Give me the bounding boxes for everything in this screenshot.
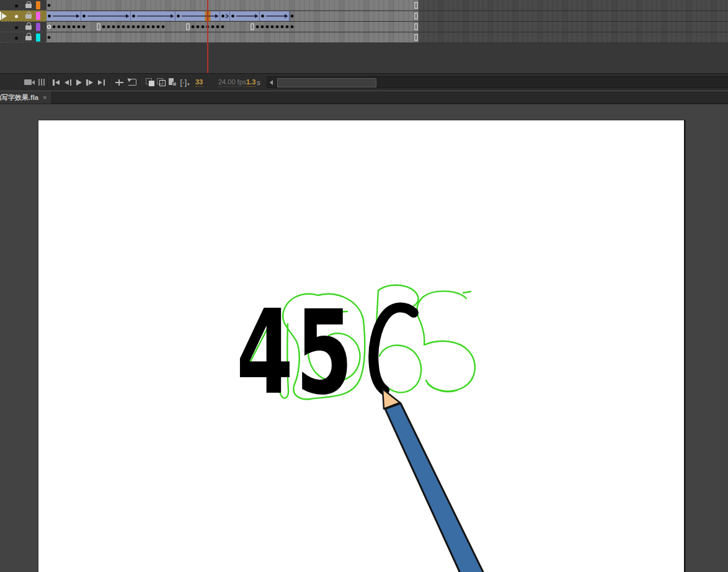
- modify-markers-icon: [·]: [180, 78, 187, 87]
- frame-view-bars-icon: [38, 79, 45, 86]
- bar-icon: [86, 79, 88, 86]
- elapsed-time-value: 1.3: [246, 78, 255, 87]
- flash-application-window: [·] ▾ 33 24.00 fps 1.3 s 的写字效果.fla ×: [0, 0, 728, 572]
- layer-row[interactable]: [0, 32, 47, 43]
- onion-skin-outlines-icon: [157, 78, 166, 86]
- frame-rate-wrap: 24.00 fps: [218, 74, 246, 91]
- digit-4: 4: [236, 285, 293, 420]
- document-tab-title: 的写字效果.fla: [0, 93, 38, 102]
- chevron-down-icon: ▾: [187, 82, 190, 87]
- go-to-last-frame-button[interactable]: [96, 74, 107, 91]
- playhead[interactable]: [207, 0, 208, 73]
- step-forward-button[interactable]: [84, 74, 95, 91]
- triangle-left-icon: [55, 80, 60, 85]
- play-button[interactable]: [74, 74, 84, 91]
- lock-icon[interactable]: [25, 4, 32, 8]
- camera-icon: [24, 79, 32, 85]
- elapsed-time-wrap: 1.3 s: [246, 74, 260, 91]
- layer-visibility-dot[interactable]: [15, 26, 18, 29]
- go-to-first-frame-button[interactable]: [51, 74, 61, 91]
- go-to-first-frame-icon: [53, 79, 55, 86]
- divider: [48, 76, 49, 88]
- layer-visibility-dot[interactable]: [15, 4, 18, 7]
- onion-skin-outlines-button[interactable]: [156, 74, 167, 91]
- frame-view-button[interactable]: [37, 74, 46, 91]
- selected-layer-bar: [0, 12, 1, 20]
- edit-multiple-frames-button[interactable]: [167, 74, 178, 91]
- scrollbar-thumb[interactable]: [277, 78, 376, 87]
- selected-layer-arrow-icon: [2, 13, 10, 19]
- current-frame-field[interactable]: 33: [195, 78, 203, 87]
- layer-panel: [0, 0, 47, 43]
- layer-row[interactable]: [0, 22, 47, 32]
- partial-digit-6-stroke: [373, 308, 414, 390]
- edit-multiple-frames-icon: [168, 78, 177, 86]
- pasteboard: 4 5: [0, 104, 728, 572]
- frame-rate-field[interactable]: 24.00 fps: [218, 78, 246, 87]
- divider: [140, 76, 141, 88]
- stage-artwork: 4 5: [38, 120, 684, 572]
- frame-number-wrap: 33: [195, 74, 203, 91]
- step-forward-icon: [89, 80, 93, 85]
- timeline-horizontal-scrollbar[interactable]: [267, 76, 728, 88]
- modify-onion-markers-button[interactable]: [·] ▾: [178, 74, 192, 91]
- layer-color-swatch[interactable]: [36, 23, 40, 31]
- bar-icon: [104, 79, 105, 86]
- center-frame-icon: [115, 79, 123, 86]
- layer-color-swatch[interactable]: [36, 1, 40, 9]
- scroll-left-button[interactable]: [267, 78, 275, 87]
- center-frame-button[interactable]: [113, 74, 125, 91]
- close-icon[interactable]: ×: [43, 94, 47, 101]
- loop-playback-button[interactable]: [126, 74, 138, 91]
- layer-visibility-dot[interactable]: [15, 37, 18, 40]
- play-icon: [76, 79, 82, 86]
- document-tab-bar: 的写字效果.fla ×: [0, 91, 728, 104]
- arrow-left-icon: [270, 80, 273, 85]
- loop-playback-icon: [128, 79, 136, 86]
- bar-icon: [70, 79, 72, 86]
- add-camera-button[interactable]: [21, 74, 35, 91]
- layer-color-swatch[interactable]: [36, 34, 40, 42]
- lock-icon[interactable]: [25, 36, 32, 40]
- pencil-cursor: [383, 389, 485, 572]
- lock-icon[interactable]: [25, 14, 32, 19]
- onion-skin-button[interactable]: [144, 74, 156, 91]
- step-back-icon: [64, 80, 69, 85]
- document-tab[interactable]: 的写字效果.fla ×: [0, 91, 52, 104]
- pencil-body: [385, 403, 485, 572]
- digit-5: 5: [296, 285, 353, 420]
- onion-skin-icon: [146, 78, 154, 86]
- layer-visibility-dot[interactable]: [15, 15, 18, 18]
- layer-color-swatch[interactable]: [36, 12, 40, 20]
- stage-canvas[interactable]: 4 5: [38, 120, 685, 572]
- layer-row[interactable]: [0, 11, 47, 21]
- divider: [110, 76, 111, 88]
- go-to-last-frame-icon: [98, 80, 102, 85]
- lock-icon[interactable]: [25, 25, 32, 30]
- timeline-frames-grid[interactable]: [0, 0, 728, 43]
- step-back-button[interactable]: [63, 74, 73, 91]
- elapsed-time-unit: s: [257, 79, 260, 86]
- layer-row[interactable]: [0, 0, 47, 11]
